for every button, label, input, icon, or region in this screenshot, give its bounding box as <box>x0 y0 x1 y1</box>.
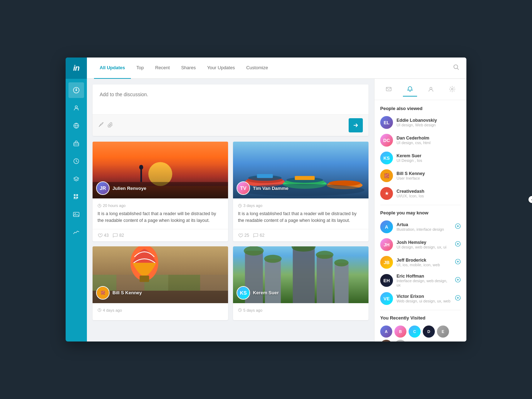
svg-point-25 <box>148 162 172 186</box>
svg-rect-74 <box>386 87 391 91</box>
post-name-2: Tim Van Damme <box>253 186 288 191</box>
post-time-3: 4 days ago <box>98 308 223 312</box>
post-comment-1[interactable]: 82 <box>113 233 124 238</box>
person-item-dan: DC Dan Cederholm UI design, css, html <box>380 134 461 147</box>
post-text-1: It is a long established fact that a rea… <box>98 211 223 224</box>
person-role-creativedash: UI/UX, Icon, Ios <box>397 194 461 198</box>
post-name-1: Julien Renvoye <box>112 186 146 191</box>
toolbar-icons <box>98 122 349 129</box>
add-jeff-button[interactable] <box>455 259 461 266</box>
person-info-jeff: Jeff Broderick UI, ios, mobile, icon, we… <box>397 258 451 267</box>
user-icon[interactable] <box>424 82 438 97</box>
notification-icon[interactable] <box>403 82 417 97</box>
person-info-kerem-pav: Kerem Suer UI Design , Ios <box>397 153 461 163</box>
post-card-4: KS Kerem Suer 5 days ago <box>233 246 368 320</box>
person-item-josh: JH Josh Hemsley UI design, web design, u… <box>380 238 461 251</box>
send-button[interactable] <box>349 118 363 132</box>
person-avatar-victor[interactable]: VE <box>380 292 393 305</box>
right-sidebar: People also viewed EL Eddie Lobanovskiy … <box>374 79 466 341</box>
section-divider-2 <box>380 310 461 310</box>
post-body-2: 3 days ago It is a long established fact… <box>233 198 368 229</box>
visited-avatar-4[interactable]: D <box>423 326 435 338</box>
post-avatar-4: KS <box>237 286 250 300</box>
tab-shares[interactable]: Shares <box>176 58 201 79</box>
person-item-artua: A Artua Illustration, interface design <box>380 220 461 233</box>
svg-line-59 <box>100 310 100 311</box>
post-avatar-2: TV <box>237 181 250 195</box>
person-info-josh: Josh Hemsley UI design, web design, ux, … <box>397 240 451 249</box>
discussion-toolbar <box>93 114 368 136</box>
svg-point-70 <box>334 259 348 266</box>
svg-rect-53 <box>200 275 228 291</box>
person-name-jeff: Jeff Broderick <box>397 258 451 263</box>
svg-rect-65 <box>335 263 349 303</box>
post-like-2[interactable]: 25 <box>238 233 249 238</box>
visited-avatar-3[interactable]: C <box>409 326 421 338</box>
person-avatar-josh[interactable]: JH <box>380 238 393 251</box>
post-like-1[interactable]: 43 <box>98 233 109 238</box>
settings-icon[interactable] <box>445 82 459 97</box>
sidebar-icon-grid[interactable] <box>68 189 84 204</box>
top-nav: All Updates Top Recent Shares Your Updat… <box>87 58 466 79</box>
add-victor-button[interactable] <box>455 295 461 302</box>
svg-point-66 <box>244 246 264 256</box>
svg-rect-63 <box>293 247 315 303</box>
add-josh-button[interactable] <box>455 241 461 248</box>
nav-search-icon[interactable] <box>453 64 459 72</box>
sidebar-icon-globe[interactable] <box>68 118 84 133</box>
visited-avatar-5[interactable]: E <box>437 326 449 338</box>
person-avatar-eric[interactable]: EH <box>380 274 393 287</box>
svg-point-67 <box>264 255 282 262</box>
add-artua-button[interactable] <box>455 223 461 231</box>
person-avatar-kerem-pav[interactable]: KS <box>380 152 393 164</box>
tab-recent[interactable]: Recent <box>149 58 175 79</box>
person-avatar-bill-pav[interactable]: 🧱 <box>380 169 393 182</box>
person-role-eric: Interface design, web design, ux <box>397 279 451 287</box>
visited-avatar-1[interactable]: A <box>380 326 392 338</box>
post-author-4: KS Kerem Suer <box>237 286 279 300</box>
tab-all-updates[interactable]: All Updates <box>94 58 131 79</box>
right-sidebar-content: People also viewed EL Eddie Lobanovskiy … <box>375 100 466 341</box>
attachment-icon[interactable] <box>107 122 113 129</box>
sidebar-icon-home[interactable] <box>68 82 84 98</box>
person-role-victor: Web design, ui design, ux, web <box>397 299 451 303</box>
post-time-1: 20 hours ago <box>98 203 223 208</box>
sidebar-icon-profile[interactable] <box>68 100 84 116</box>
add-eric-button[interactable] <box>455 277 461 284</box>
main-area: All Updates Top Recent Shares Your Updat… <box>87 58 466 341</box>
tab-customize[interactable]: Customize <box>240 58 273 79</box>
tab-top[interactable]: Top <box>131 58 150 79</box>
svg-line-32 <box>100 206 100 206</box>
post-author-2: TV Tim Van Damme <box>237 181 288 195</box>
sidebar-icon-chart[interactable] <box>68 224 84 240</box>
svg-point-28 <box>139 165 143 169</box>
feed: JR Julien Renvoye 20 hours ago It is a l… <box>87 79 374 341</box>
sidebar-icons <box>68 79 84 341</box>
svg-rect-12 <box>74 194 76 196</box>
person-item-jeff: JB Jeff Broderick UI, ios, mobile, icon,… <box>380 256 461 269</box>
person-avatar-dan[interactable]: DC <box>380 134 393 147</box>
visited-avatar-2[interactable]: B <box>394 326 406 338</box>
feather-icon[interactable] <box>98 122 104 129</box>
person-avatar-artua[interactable]: A <box>380 220 393 233</box>
post-avatar-3: 🧱 <box>96 286 110 300</box>
discussion-input[interactable] <box>93 84 368 113</box>
person-avatar-eddie[interactable]: EL <box>380 116 393 129</box>
discussion-box <box>93 84 368 136</box>
svg-rect-41 <box>295 176 315 180</box>
right-sidebar-header <box>375 79 466 100</box>
sidebar-icon-clock[interactable] <box>68 153 84 169</box>
mail-icon[interactable] <box>382 82 396 97</box>
person-avatar-jeff[interactable]: JB <box>380 256 393 269</box>
sidebar-icon-briefcase[interactable] <box>68 136 84 151</box>
visited-avatars: A B C D E <box>380 326 461 341</box>
sidebar-logo[interactable]: in <box>66 58 87 79</box>
sidebar-icon-layers[interactable] <box>68 171 84 187</box>
visited-avatar-6[interactable]: F <box>380 340 392 341</box>
person-avatar-creativedash[interactable]: ★ <box>380 187 393 200</box>
app-wrapper: in <box>66 58 466 341</box>
post-comment-2[interactable]: 62 <box>253 233 264 238</box>
tab-your-updates[interactable]: Your Updates <box>201 58 240 79</box>
visited-avatar-more[interactable]: 30+ <box>394 340 406 341</box>
sidebar-icon-image[interactable] <box>68 207 84 222</box>
